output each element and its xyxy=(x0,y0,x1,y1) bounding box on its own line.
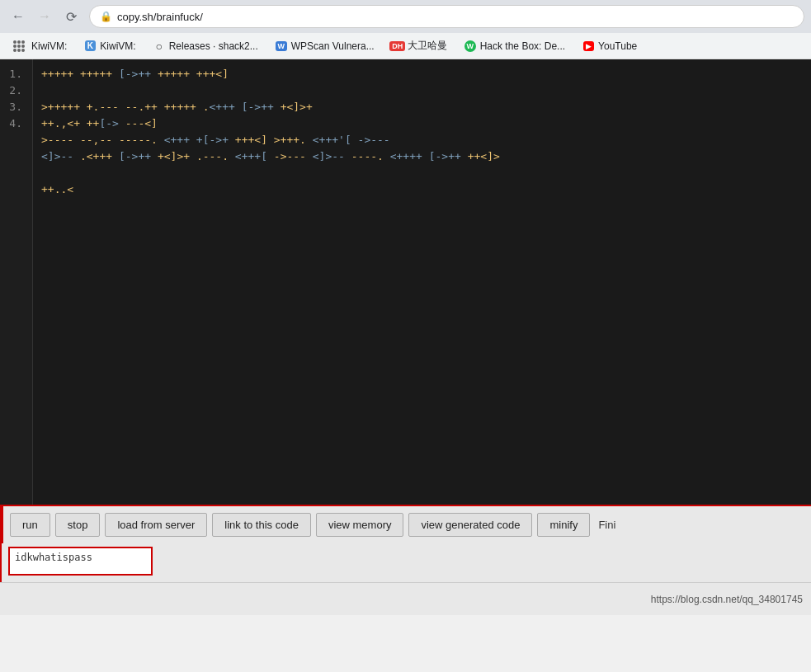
code-line-4: ++..< xyxy=(41,181,803,198)
hackthebox-favicon: W xyxy=(464,40,477,53)
reload-button[interactable]: ⟳ xyxy=(59,5,83,28)
bookmark-wpscan[interactable]: W WPScan Vulnera... xyxy=(268,38,381,54)
load-button[interactable]: load from server xyxy=(105,513,207,537)
daweihanman-favicon: DH xyxy=(391,40,404,53)
status-bar: https://blog.csdn.net/qq_34801745 xyxy=(0,582,811,615)
youtube-label: YouTube xyxy=(598,40,637,52)
stop-button[interactable]: stop xyxy=(55,513,101,537)
hackthebox-label: Hack the Box: De... xyxy=(480,40,565,52)
kiwivim-label: KiwiVM: xyxy=(100,40,135,52)
bookmark-releases[interactable]: ○ Releases · shack2... xyxy=(146,38,265,54)
bookmark-hackthebox[interactable]: W Hack the Box: De... xyxy=(457,38,572,54)
toolbar-buttons-row: run stop load from server link to this c… xyxy=(2,506,811,543)
nav-buttons: ← → ⟳ xyxy=(7,5,83,28)
bookmark-daweihanman[interactable]: DH 大卫哈曼 xyxy=(384,37,454,54)
daweihanman-label: 大卫哈曼 xyxy=(408,39,447,53)
toolbar-inner: run stop load from server link to this c… xyxy=(0,506,811,582)
code-line-1: +++++ +++++ [->++ +++++ +++<] xyxy=(41,66,803,82)
input-row: idkwhatispass xyxy=(2,543,811,582)
nav-bar: ← → ⟳ 🔒 copy.sh/brainfuck/ xyxy=(0,0,811,33)
releases-favicon: ○ xyxy=(153,40,166,53)
line-numbers: 1. 2. 3. 4. xyxy=(0,59,33,505)
apps-grid-icon xyxy=(13,40,25,52)
generated-button[interactable]: view generated code xyxy=(408,513,532,537)
lock-icon: 🔒 xyxy=(100,11,112,22)
input-textarea[interactable]: idkwhatispass xyxy=(8,547,153,576)
code-editor[interactable]: 1. 2. 3. 4. +++++ +++++ [->++ +++++ +++<… xyxy=(0,59,811,505)
code-editor-area: 1. 2. 3. 4. +++++ +++++ [->++ +++++ +++<… xyxy=(0,59,811,505)
memory-button[interactable]: view memory xyxy=(316,513,404,537)
address-bar[interactable]: 🔒 copy.sh/brainfuck/ xyxy=(89,5,804,28)
wpscan-label: WPScan Vulnera... xyxy=(291,40,375,52)
kiwivim-favicon: K xyxy=(83,40,97,53)
link-button[interactable]: link to this code xyxy=(212,513,311,537)
code-content[interactable]: +++++ +++++ [->++ +++++ +++<] >+++++ +.-… xyxy=(33,59,811,505)
run-button[interactable]: run xyxy=(10,513,50,537)
bookmark-apps[interactable]: KiwiVM: xyxy=(7,39,73,54)
bookmarks-bar: KiwiVM: K KiwiVM: ○ Releases · shack2...… xyxy=(0,33,811,59)
bookmark-kiwivim[interactable]: K KiwiVM: xyxy=(77,38,142,54)
apps-label: KiwiVM: xyxy=(31,40,67,52)
wpscan-favicon: W xyxy=(275,40,288,53)
youtube-favicon: ▶ xyxy=(582,40,595,53)
status-url: https://blog.csdn.net/qq_34801745 xyxy=(651,594,803,605)
code-line-2: ++.,<+ ++[-> ---<] xyxy=(41,115,803,132)
bookmark-youtube[interactable]: ▶ YouTube xyxy=(575,38,644,54)
forward-button[interactable]: → xyxy=(33,5,56,28)
minify-button[interactable]: minify xyxy=(537,513,590,537)
toolbar-container: run stop load from server link to this c… xyxy=(0,505,811,582)
finish-label: Fini xyxy=(598,519,615,531)
code-line-3: <]>-- .<+++ [->++ +<]>+ .---. <+++[ ->--… xyxy=(41,148,803,165)
back-button[interactable]: ← xyxy=(7,5,30,28)
releases-label: Releases · shack2... xyxy=(169,40,258,52)
url-text: copy.sh/brainfuck/ xyxy=(117,11,203,23)
